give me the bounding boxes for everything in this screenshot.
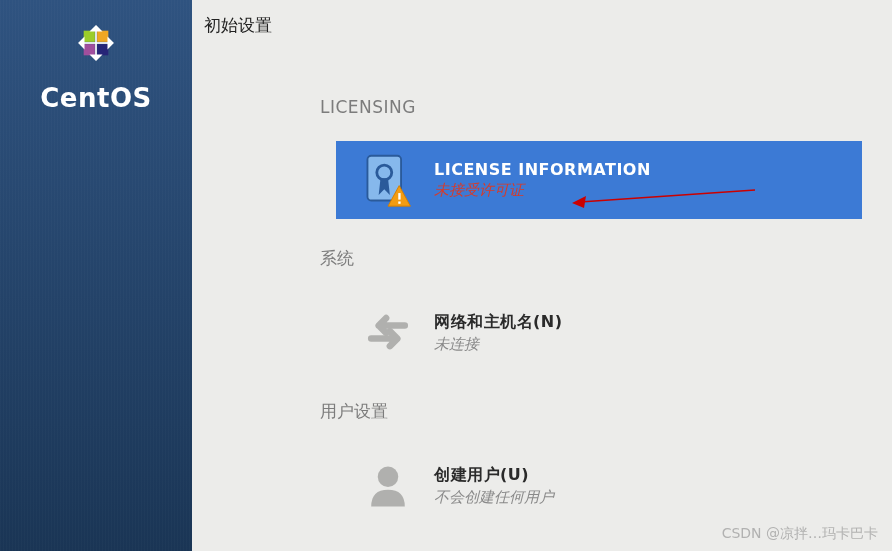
main-content: 初始设置 LICENSING LICENSE [192,0,892,551]
svg-rect-3 [97,44,108,55]
section-licensing: LICENSING LICENSE INFORMATION 未接受许可证 [320,97,862,219]
spoke-status: 未连接 [434,335,563,354]
spoke-create-user[interactable]: 创建用户(U) 不会创建任何用户 [336,447,862,525]
brand-logo: CentOS [40,15,151,113]
spoke-status: 未接受许可证 [434,181,651,200]
network-icon [360,304,416,362]
section-header-licensing: LICENSING [320,97,862,117]
section-user: 用户设置 创建用户(U) 不会创建任何用户 [320,400,862,525]
sidebar: CentOS [0,0,192,551]
section-header-system: 系统 [320,247,862,270]
spoke-title: 创建用户(U) [434,465,554,486]
spoke-license-information[interactable]: LICENSE INFORMATION 未接受许可证 [336,141,862,219]
svg-rect-1 [97,31,108,42]
centos-icon [68,15,124,75]
section-system: 系统 网络和主机名(N) 未连接 [320,247,862,372]
license-icon [360,151,416,209]
user-icon [360,457,416,515]
svg-point-10 [378,466,399,487]
svg-rect-2 [84,44,95,55]
svg-rect-8 [398,193,400,200]
page-title: 初始设置 [192,14,892,37]
spoke-title: 网络和主机名(N) [434,312,563,333]
brand-text: CentOS [40,83,151,113]
spoke-network-hostname[interactable]: 网络和主机名(N) 未连接 [336,294,862,372]
section-header-user: 用户设置 [320,400,862,423]
spoke-title: LICENSE INFORMATION [434,160,651,179]
spoke-status: 不会创建任何用户 [434,488,554,507]
svg-rect-9 [398,201,400,203]
svg-rect-0 [84,31,95,42]
